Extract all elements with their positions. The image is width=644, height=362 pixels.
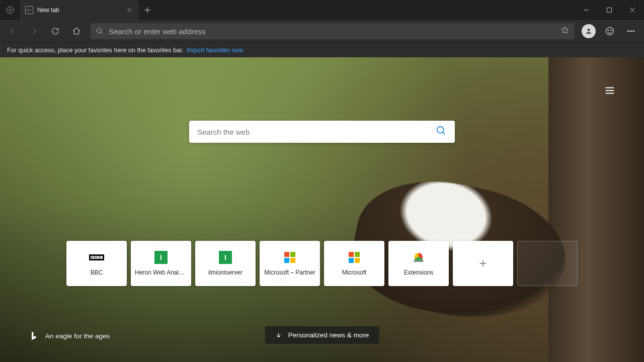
bing-icon xyxy=(29,331,39,341)
plus-icon xyxy=(478,258,488,268)
microsoft-icon xyxy=(348,251,361,264)
import-favorites-link[interactable]: Import favorites now xyxy=(187,47,244,54)
address-input[interactable] xyxy=(109,27,555,36)
toolbar xyxy=(0,20,644,42)
page-settings-button[interactable] xyxy=(601,81,619,100)
svg-rect-2 xyxy=(607,8,612,13)
extensions-icon xyxy=(412,251,425,264)
caption-text: An eagle for the ages xyxy=(45,332,110,340)
svg-point-4 xyxy=(587,29,590,31)
favorites-bar: For quick access, place your favorites h… xyxy=(0,42,644,57)
quick-link-tile[interactable]: I ilmiontserver xyxy=(195,241,256,286)
svg-point-7 xyxy=(611,30,612,31)
quick-link-tile[interactable]: BBC BBC xyxy=(66,241,127,286)
tile-label: Heron Web Analytics xyxy=(135,269,187,276)
web-search-input[interactable] xyxy=(197,128,436,136)
quick-link-tile[interactable]: Extensions xyxy=(388,241,449,286)
tile-label: Microsoft xyxy=(342,269,367,276)
quick-links: BBC BBC I Heron Web Analytics I ilmionts… xyxy=(66,241,578,286)
new-tab-page: BBC BBC I Heron Web Analytics I ilmionts… xyxy=(0,57,644,362)
site-icon: I xyxy=(219,251,232,264)
background-image xyxy=(0,57,644,362)
tab-favicon: NTP xyxy=(25,6,33,14)
svg-point-11 xyxy=(437,127,444,133)
quick-link-tile[interactable]: I Heron Web Analytics xyxy=(131,241,191,286)
svg-point-1 xyxy=(9,9,12,12)
feedback-button[interactable] xyxy=(600,21,620,41)
quick-link-tile[interactable]: Microsoft – Partner xyxy=(260,241,320,286)
tile-label: Microsoft – Partner xyxy=(264,269,315,276)
person-icon xyxy=(585,27,593,35)
personalized-news-button[interactable]: Personalized news & more xyxy=(265,326,379,344)
window-close-button[interactable] xyxy=(621,0,644,20)
titlebar-drag-region[interactable] xyxy=(156,0,575,20)
bbc-icon: BBC xyxy=(90,251,103,264)
svg-point-3 xyxy=(97,29,102,33)
web-search-box[interactable] xyxy=(189,121,455,143)
favorite-star-button[interactable] xyxy=(560,26,570,37)
tab-close-button[interactable] xyxy=(125,6,134,15)
svg-point-6 xyxy=(608,30,609,31)
settings-menu-button[interactable] xyxy=(621,21,641,41)
quick-link-placeholder xyxy=(517,241,578,286)
browser-tab[interactable]: NTP New tab xyxy=(20,0,139,20)
svg-point-5 xyxy=(606,28,614,35)
tab-actions-button[interactable] xyxy=(0,0,20,20)
web-search-button[interactable] xyxy=(436,125,447,138)
arrow-down-icon xyxy=(275,332,282,339)
search-icon xyxy=(96,27,104,35)
home-button[interactable] xyxy=(66,21,87,41)
tab-label: New tab xyxy=(37,7,121,14)
tile-label: BBC xyxy=(91,269,103,276)
microsoft-icon xyxy=(283,251,296,264)
titlebar: NTP New tab xyxy=(0,0,644,20)
image-caption[interactable]: An eagle for the ages xyxy=(29,331,110,341)
svg-point-10 xyxy=(633,31,634,32)
new-tab-button[interactable] xyxy=(139,0,156,20)
site-icon: I xyxy=(154,251,168,264)
svg-point-8 xyxy=(628,31,629,32)
svg-point-9 xyxy=(630,31,631,32)
refresh-button[interactable] xyxy=(45,21,65,41)
tile-label: Extensions xyxy=(404,269,434,276)
quick-link-tile[interactable]: Microsoft xyxy=(324,241,384,286)
tile-label: ilmiontserver xyxy=(208,269,243,276)
back-button[interactable] xyxy=(3,21,23,41)
add-quick-link-button[interactable] xyxy=(453,241,513,286)
window-minimize-button[interactable] xyxy=(575,0,598,20)
news-button-label: Personalized news & more xyxy=(288,331,369,339)
address-bar[interactable] xyxy=(91,23,575,39)
forward-button[interactable] xyxy=(24,21,44,41)
favorites-bar-message: For quick access, place your favorites h… xyxy=(7,47,184,54)
profile-button[interactable] xyxy=(579,21,599,41)
window-maximize-button[interactable] xyxy=(598,0,621,20)
